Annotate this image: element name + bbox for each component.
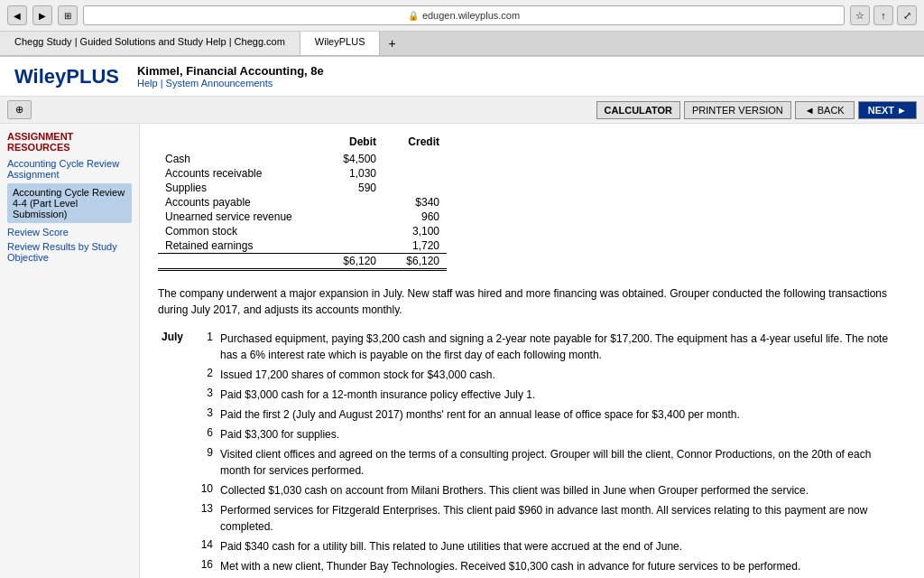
main-layout: ASSIGNMENT RESOURCES Accounting Cycle Re…: [0, 124, 924, 578]
balance-table-row: Retained earnings1,720: [158, 238, 447, 254]
browser-toolbar: ◀ ▶ ⊞ 🔒 edugen.wileyplus.com ☆ ↑ ⤢: [0, 0, 924, 32]
url-bar[interactable]: 🔒 edugen.wileyplus.com: [83, 5, 845, 25]
transaction-row: 2Issued 17,200 shares of common stock fo…: [158, 365, 906, 385]
transaction-month: [158, 405, 194, 424]
browser-action-buttons: ☆ ↑ ⤢: [850, 5, 917, 25]
transaction-row: 16Met with a new client, Thunder Bay Tec…: [158, 556, 906, 576]
action-bar-left: ⊕: [7, 100, 32, 119]
announcements-link[interactable]: System Announcements: [166, 78, 273, 89]
balance-table-row: Accounts receivable1,030: [158, 166, 447, 181]
sidebar-item-review-score[interactable]: Review Score: [7, 227, 132, 238]
tab-wileyplus[interactable]: WileyPLUS: [300, 32, 381, 55]
maximize-button[interactable]: ⤢: [897, 5, 917, 25]
transaction-number: 16: [194, 556, 217, 576]
calculator-button[interactable]: CALCULATOR: [596, 101, 680, 119]
transaction-row: 14Paid $340 cash for a utility bill. Thi…: [158, 536, 906, 556]
balance-row-credit: $340: [383, 195, 447, 210]
transaction-month: July: [158, 329, 194, 365]
balance-table: Debit Credit Cash$4,500Accounts receivab…: [158, 135, 906, 271]
table-debit-header: Debit: [320, 135, 383, 152]
balance-row-debit: [320, 224, 383, 238]
balance-row-label: Common stock: [158, 224, 320, 238]
table-label-header: [158, 135, 320, 152]
sidebar: ASSIGNMENT RESOURCES Accounting Cycle Re…: [0, 124, 140, 578]
balance-row-label: Cash: [158, 152, 320, 166]
balance-row-debit: [320, 238, 383, 254]
back-button[interactable]: ◄ BACK: [795, 101, 855, 119]
balance-row-label: Unearned service revenue: [158, 210, 320, 224]
transaction-number: 3: [194, 405, 217, 424]
browser-chrome: ◀ ▶ ⊞ 🔒 edugen.wileyplus.com ☆ ↑ ⤢ Chegg…: [0, 0, 924, 57]
transaction-number: 3: [194, 385, 217, 405]
table-credit-header: Credit: [383, 135, 447, 152]
printer-version-button[interactable]: PRINTER VERSION: [684, 101, 791, 119]
transaction-month: [158, 556, 194, 576]
transaction-month: [158, 480, 194, 500]
transaction-description: Performed services for Fitzgerald Enterp…: [217, 500, 906, 536]
balance-row-debit: [320, 195, 383, 210]
expand-button[interactable]: ⊕: [7, 100, 32, 119]
balance-row-credit: [383, 166, 447, 181]
help-link[interactable]: Help: [137, 78, 158, 89]
header-links: Help | System Announcements: [137, 78, 324, 89]
balance-table-row: Unearned service revenue960: [158, 210, 447, 224]
transaction-number: 1: [194, 329, 217, 365]
transaction-row: 6Paid $3,300 for supplies.: [158, 424, 906, 444]
balance-row-credit: [383, 181, 447, 195]
balance-row-credit: 960: [383, 210, 447, 224]
balance-row-credit: $6,120: [383, 254, 447, 270]
table-header-row: Debit Credit: [158, 135, 447, 152]
transaction-month: [158, 385, 194, 405]
balance-row-debit: $4,500: [320, 152, 383, 166]
next-button[interactable]: NEXT ►: [858, 101, 917, 119]
balance-row-credit: 1,720: [383, 238, 447, 254]
transaction-description: Purchased equipment, paying $3,200 cash …: [217, 329, 906, 365]
separator: |: [161, 78, 163, 89]
browser-tabs: Chegg Study | Guided Solutions and Study…: [0, 32, 924, 56]
layout-button[interactable]: ⊞: [58, 5, 78, 25]
transaction-number: 14: [194, 536, 217, 556]
balance-table-row: Cash$4,500: [158, 152, 447, 166]
content-area: Debit Credit Cash$4,500Accounts receivab…: [140, 124, 924, 578]
wileyplus-logo: WileyPLUS: [14, 65, 119, 89]
share-button[interactable]: ↑: [873, 5, 893, 25]
transaction-number: 13: [194, 500, 217, 536]
transaction-number: 6: [194, 424, 217, 444]
balance-row-credit: [383, 152, 447, 166]
transaction-month: [158, 500, 194, 536]
balance-row-label: Retained earnings: [158, 238, 320, 254]
sidebar-item-accounting-cycle[interactable]: Accounting Cycle Review Assignment: [7, 158, 132, 180]
transaction-row: 10Collected $1,030 cash on account from …: [158, 480, 906, 500]
transaction-row: 3Paid the first 2 (July and August 2017)…: [158, 405, 906, 424]
transaction-month: [158, 444, 194, 480]
header-info: Kimmel, Financial Accounting, 8e Help | …: [137, 64, 324, 89]
balance-row-debit: $6,120: [320, 254, 383, 270]
transaction-number: 10: [194, 480, 217, 500]
transaction-month: [158, 536, 194, 556]
transaction-month: [158, 365, 194, 385]
page-title: Kimmel, Financial Accounting, 8e: [137, 64, 324, 78]
transaction-row: 9Visited client offices and agreed on th…: [158, 444, 906, 480]
transaction-description: Met with a new client, Thunder Bay Techn…: [217, 556, 906, 576]
transaction-description: Paid the first 2 (July and August 2017) …: [217, 405, 906, 424]
new-tab-button[interactable]: +: [380, 32, 403, 55]
tab-chegg[interactable]: Chegg Study | Guided Solutions and Study…: [0, 32, 300, 55]
balance-row-label: Accounts receivable: [158, 166, 320, 181]
transaction-row: July1Purchased equipment, paying $3,200 …: [158, 329, 906, 365]
balance-row-label: Supplies: [158, 181, 320, 195]
balance-row-credit: 3,100: [383, 224, 447, 238]
transaction-description: Paid $340 cash for a utility bill. This …: [217, 536, 906, 556]
app-header: WileyPLUS Kimmel, Financial Accounting, …: [0, 57, 924, 97]
sidebar-item-review-results[interactable]: Review Results by Study Objective: [7, 241, 132, 263]
transaction-description: Issued 17,200 shares of common stock for…: [217, 365, 906, 385]
balance-table-row: $6,120$6,120: [158, 254, 447, 270]
star-button[interactable]: ☆: [850, 5, 870, 25]
sidebar-item-review-highlighted[interactable]: Accounting Cycle Review 4-4 (Part Level …: [7, 183, 132, 223]
transaction-description: Collected $1,030 cash on account from Mi…: [217, 480, 906, 500]
balance-table-row: Accounts payable$340: [158, 195, 447, 210]
sidebar-section-title: ASSIGNMENT RESOURCES: [7, 131, 132, 153]
back-nav-button[interactable]: ◀: [7, 5, 27, 25]
forward-nav-button[interactable]: ▶: [32, 5, 52, 25]
transaction-description: Paid $3,300 for supplies.: [217, 424, 906, 444]
transaction-number: 2: [194, 365, 217, 385]
